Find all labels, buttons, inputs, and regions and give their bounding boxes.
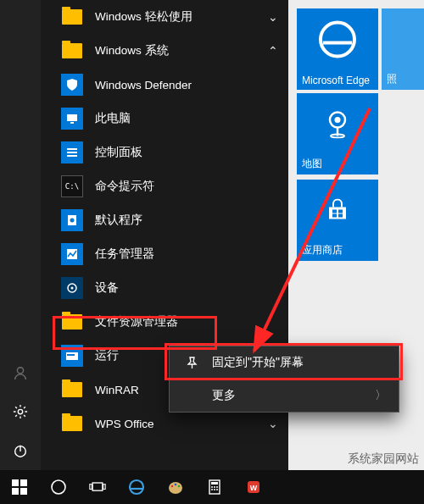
- taskbar-wps[interactable]: W: [234, 470, 273, 504]
- rail-settings[interactable]: [0, 392, 41, 431]
- calculator-icon: [206, 479, 223, 496]
- svg-rect-32: [103, 485, 106, 490]
- svg-rect-31: [90, 485, 92, 490]
- svg-point-2: [335, 117, 341, 123]
- svg-point-8: [17, 368, 23, 374]
- folder-icon: [62, 416, 82, 431]
- svg-point-42: [216, 486, 218, 488]
- power-icon: [13, 443, 28, 458]
- rail-user[interactable]: [0, 353, 41, 392]
- app-defender[interactable]: Windows Defender: [41, 68, 288, 102]
- run-icon: [61, 345, 83, 367]
- chevron-down-icon: ⌄: [268, 417, 278, 430]
- shield-icon: [61, 74, 83, 96]
- app-label: 文件资源管理器: [95, 314, 178, 330]
- taskview-button[interactable]: [78, 470, 117, 504]
- edge-icon: [318, 20, 357, 59]
- svg-rect-25: [12, 479, 19, 486]
- ctx-pin-to-start[interactable]: 固定到"开始"屏幕: [170, 346, 399, 379]
- svg-rect-13: [70, 122, 74, 124]
- app-label: Windows 轻松使用: [95, 9, 192, 25]
- svg-rect-7: [338, 214, 343, 218]
- folder-icon: [62, 314, 82, 330]
- chevron-right-icon: 〉: [375, 388, 387, 403]
- svg-point-21: [71, 287, 74, 290]
- svg-rect-4: [332, 210, 337, 213]
- svg-point-0: [321, 23, 354, 57]
- app-label: WPS Office: [95, 418, 154, 430]
- context-menu: 固定到"开始"屏幕 更多 〉: [169, 346, 399, 413]
- tile-store-label: 应用商店: [302, 243, 343, 258]
- folder-icon: [62, 382, 82, 397]
- folder-icon: [62, 43, 82, 58]
- app-taskmgr[interactable]: 任务管理器: [41, 237, 288, 271]
- app-label: 控制面板: [95, 145, 142, 160]
- svg-rect-5: [338, 210, 343, 213]
- svg-point-18: [70, 219, 75, 223]
- app-cmd[interactable]: C:\ 命令提示符: [41, 169, 288, 203]
- taskbar-edge[interactable]: [117, 470, 156, 504]
- app-label: 设备: [95, 280, 119, 296]
- tile-edge[interactable]: Microsoft Edge: [297, 8, 378, 90]
- folder-icon: [62, 9, 82, 25]
- svg-point-37: [178, 485, 181, 488]
- tile-map[interactable]: 地图: [297, 93, 378, 174]
- app-label: 任务管理器: [95, 246, 154, 262]
- chevron-up-icon: ⌃: [268, 44, 278, 58]
- chevron-down-icon: ⌄: [268, 10, 278, 24]
- tile-store[interactable]: 应用商店: [297, 180, 378, 261]
- app-label: Windows 系统: [95, 43, 169, 58]
- app-windows-easy[interactable]: Windows 轻松使用 ⌄: [41, 0, 288, 34]
- svg-rect-39: [211, 482, 218, 485]
- app-label: 命令提示符: [95, 179, 154, 194]
- ctx-label: 固定到"开始"屏幕: [212, 355, 304, 370]
- svg-point-44: [214, 489, 215, 490]
- svg-rect-30: [92, 483, 103, 490]
- svg-point-41: [214, 486, 215, 488]
- start-button[interactable]: [0, 470, 39, 504]
- svg-point-36: [175, 484, 177, 486]
- svg-rect-27: [12, 488, 19, 495]
- edge-icon: [128, 479, 145, 496]
- devices-icon: [61, 277, 83, 299]
- app-label: 此电脑: [95, 111, 131, 126]
- taskbar: W: [0, 470, 424, 504]
- svg-rect-14: [67, 148, 77, 150]
- svg-point-40: [211, 486, 213, 488]
- pin-icon: [183, 357, 200, 369]
- tile-photos-label: 照: [387, 72, 397, 86]
- taskview-icon: [89, 479, 106, 496]
- svg-rect-22: [66, 352, 78, 360]
- app-label: 运行: [95, 348, 119, 363]
- tile-photos[interactable]: 照: [382, 8, 424, 90]
- monitor-icon: [61, 108, 83, 130]
- app-explorer[interactable]: 文件资源管理器: [41, 305, 288, 339]
- taskbar-paint[interactable]: [156, 470, 195, 504]
- svg-rect-15: [67, 152, 77, 153]
- svg-text:W: W: [250, 484, 258, 492]
- start-rail: [0, 0, 41, 470]
- cortana-button[interactable]: [39, 470, 78, 504]
- svg-point-29: [52, 480, 65, 494]
- map-pin-icon: [323, 110, 352, 139]
- wps-icon: W: [245, 479, 262, 496]
- app-devices[interactable]: 设备: [41, 271, 288, 305]
- task-manager-icon: [61, 243, 83, 265]
- app-windows-system[interactable]: Windows 系统 ⌃: [41, 34, 288, 68]
- svg-rect-6: [332, 214, 337, 218]
- app-default-programs[interactable]: 默认程序: [41, 203, 288, 237]
- svg-point-35: [171, 485, 174, 488]
- palette-icon: [167, 479, 184, 496]
- svg-rect-23: [67, 354, 75, 356]
- taskbar-calculator[interactable]: [195, 470, 234, 504]
- svg-point-9: [18, 409, 22, 413]
- svg-point-43: [211, 489, 213, 490]
- rail-power[interactable]: [0, 431, 41, 470]
- app-cpanel[interactable]: 控制面板: [41, 136, 288, 169]
- ctx-label: 更多: [212, 388, 236, 403]
- svg-rect-12: [67, 114, 77, 121]
- app-thispc[interactable]: 此电脑: [41, 102, 288, 136]
- circle-icon: [50, 479, 67, 496]
- sliders-icon: [61, 141, 83, 163]
- ctx-more[interactable]: 更多 〉: [170, 379, 399, 412]
